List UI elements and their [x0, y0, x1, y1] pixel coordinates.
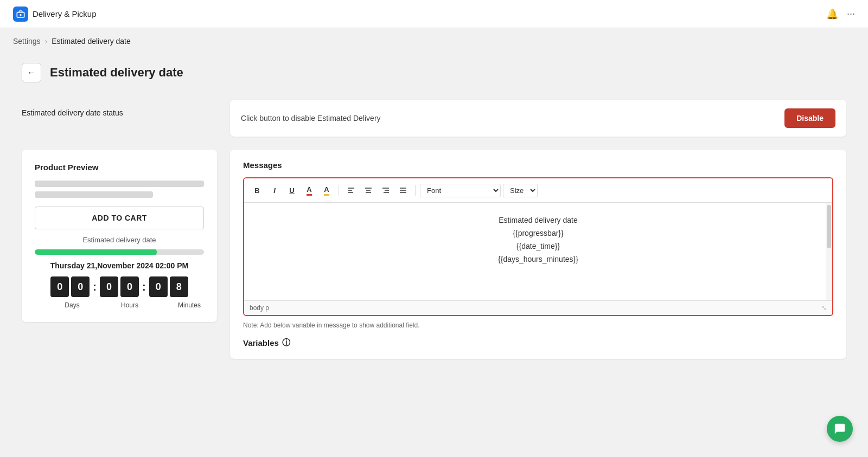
align-left-button[interactable] — [343, 183, 359, 198]
editor-wrapper: B I U A A — [243, 177, 833, 316]
preview-title: Product Preview — [35, 163, 204, 172]
countdown-day-1: 0 — [71, 276, 90, 297]
align-right-button[interactable] — [378, 183, 393, 198]
product-preview-card: Product Preview ADD TO CART Estimated de… — [22, 150, 217, 322]
status-label: Estimated delivery date status — [22, 100, 217, 117]
topbar-actions: 🔔 ··· — [826, 8, 855, 20]
justify-button[interactable] — [395, 183, 411, 198]
editor-line-3: {{date_time}} — [253, 242, 824, 250]
skeleton-line-1 — [35, 181, 204, 187]
page-title: Estimated delivery date — [50, 66, 183, 80]
toolbar-divider-2 — [415, 185, 416, 196]
editor-footer-tag: body p — [250, 304, 269, 312]
align-center-button[interactable] — [361, 183, 376, 198]
label-minutes-2: Minutes — [178, 301, 196, 309]
app-icon — [13, 7, 28, 22]
countdown-hour-1: 0 — [120, 276, 139, 297]
editor-body-wrapper: Estimated delivery date {{progressbar}} … — [244, 203, 832, 300]
italic-button[interactable]: I — [267, 183, 282, 198]
countdown-day-0: 0 — [50, 276, 69, 297]
editor-footer: body p ⤡ — [244, 300, 832, 315]
main-content: ← Estimated delivery date Estimated deli… — [0, 50, 868, 372]
app-title: Delivery & Pickup — [33, 9, 97, 18]
panels-row: Product Preview ADD TO CART Estimated de… — [22, 150, 846, 359]
progress-bar-fill — [35, 249, 157, 255]
size-select[interactable]: Size 12 14 16 — [503, 184, 538, 197]
breadcrumb-settings[interactable]: Settings — [13, 37, 41, 46]
topbar: Delivery & Pickup 🔔 ··· — [0, 0, 868, 28]
highlight-button[interactable]: A — [319, 183, 334, 198]
messages-card: Messages B I U A A — [230, 150, 846, 359]
countdown: 0 0 : 0 0 : 0 8 — [35, 276, 204, 297]
label-hours-2: Hours — [120, 301, 139, 309]
progress-dot — [149, 249, 157, 255]
delivery-date: Thursday 21,November 2024 02:00 PM — [35, 261, 204, 270]
editor-line-4: {{days_hours_minutes}} — [253, 255, 824, 263]
font-color-icon: A — [307, 185, 311, 196]
justify-icon — [399, 186, 407, 194]
countdown-labels: Days Hours Minutes — [35, 301, 204, 309]
editor-body[interactable]: Estimated delivery date {{progressbar}} … — [244, 203, 832, 300]
resize-handle[interactable]: ⤡ — [821, 304, 827, 312]
page-header: ← Estimated delivery date — [22, 63, 846, 82]
countdown-hour-0: 0 — [100, 276, 118, 297]
bell-icon[interactable]: 🔔 — [826, 8, 838, 20]
countdown-sep-2: : — [141, 281, 147, 293]
messages-title: Messages — [243, 160, 833, 170]
align-left-icon — [347, 186, 355, 194]
bold-icon: B — [254, 186, 259, 195]
progress-bar — [35, 249, 204, 255]
font-select[interactable]: Font Arial Times New Roman — [420, 184, 501, 197]
editor-note: Note: Add below variable in message to s… — [243, 321, 833, 329]
status-description: Click button to disable Estimated Delive… — [241, 114, 381, 123]
more-icon[interactable]: ··· — [847, 8, 855, 20]
countdown-min-1: 8 — [170, 276, 188, 297]
toolbar-divider-1 — [339, 185, 339, 196]
align-right-icon — [382, 186, 390, 194]
align-center-icon — [365, 186, 372, 194]
editor-scrollbar-thumb — [827, 205, 831, 248]
variables-section: Variables ⓘ — [243, 338, 833, 348]
variables-info-icon: ⓘ — [282, 338, 290, 348]
topbar-left: Delivery & Pickup — [13, 7, 97, 22]
italic-icon: I — [273, 186, 276, 195]
editor-toolbar: B I U A A — [244, 178, 832, 203]
variables-label: Variables — [243, 338, 279, 347]
breadcrumb: Settings › Estimated delivery date — [0, 28, 868, 50]
label-days-2: Days — [63, 301, 81, 309]
breadcrumb-separator: › — [45, 37, 48, 46]
highlight-icon: A — [324, 185, 329, 196]
font-color-button[interactable]: A — [302, 183, 317, 198]
editor-line-2: {{progressbar}} — [253, 229, 824, 237]
add-to-cart-button[interactable]: ADD TO CART — [35, 207, 204, 229]
disable-button[interactable]: Disable — [784, 108, 835, 128]
status-card: Click button to disable Estimated Delive… — [230, 100, 846, 137]
breadcrumb-current: Estimated delivery date — [52, 37, 131, 46]
back-button[interactable]: ← — [22, 63, 41, 82]
countdown-sep-1: : — [92, 281, 98, 293]
editor-scrollbar[interactable] — [826, 203, 832, 300]
delivery-label: Estimated delivery date — [35, 236, 204, 244]
underline-icon: U — [289, 186, 294, 195]
editor-line-1: Estimated delivery date — [253, 216, 824, 224]
bold-button[interactable]: B — [250, 183, 265, 198]
status-row: Estimated delivery date status Click but… — [22, 100, 846, 137]
skeleton-line-2 — [35, 191, 153, 198]
back-icon: ← — [27, 68, 36, 78]
status-panel: Click button to disable Estimated Delive… — [230, 100, 846, 137]
countdown-min-0: 0 — [149, 276, 168, 297]
variables-title: Variables ⓘ — [243, 338, 833, 348]
underline-button[interactable]: U — [284, 183, 299, 198]
